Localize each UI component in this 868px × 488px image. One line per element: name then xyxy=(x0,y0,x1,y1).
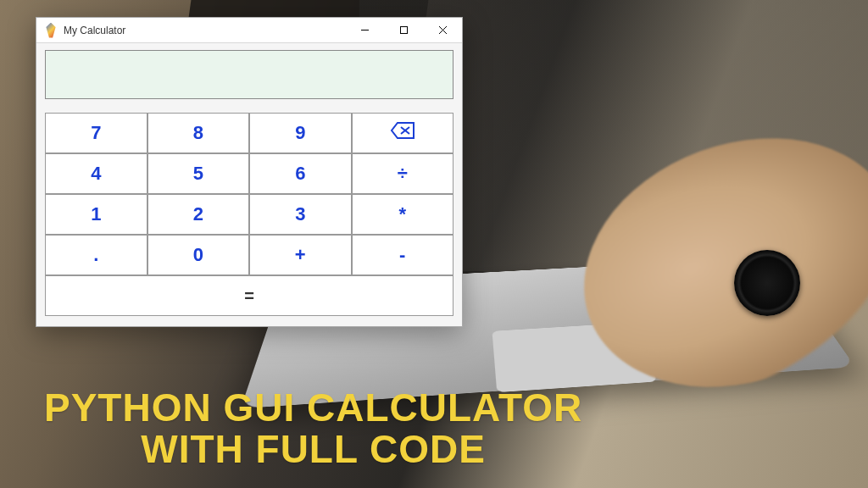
key-5[interactable]: 5 xyxy=(147,153,250,194)
key-1[interactable]: 1 xyxy=(45,194,147,235)
key-8[interactable]: 8 xyxy=(147,113,250,153)
key-7[interactable]: 7 xyxy=(45,113,147,153)
key-divide[interactable]: ÷ xyxy=(352,153,454,194)
key-2[interactable]: 2 xyxy=(147,194,250,235)
key-9[interactable]: 9 xyxy=(249,113,352,153)
close-button[interactable] xyxy=(423,18,462,43)
key-equals[interactable]: = xyxy=(45,275,453,316)
maximize-button[interactable] xyxy=(384,18,423,43)
headline-line-2: WITH FULL CODE xyxy=(44,429,582,469)
keypad: 7 8 9 4 5 6 ÷ 1 2 3 * . 0 + - xyxy=(36,106,462,326)
key-4[interactable]: 4 xyxy=(45,153,147,194)
titlebar[interactable]: My Calculator xyxy=(36,18,462,43)
tkinter-feather-icon xyxy=(45,23,57,38)
window-controls xyxy=(345,18,462,43)
key-decimal[interactable]: . xyxy=(45,235,147,275)
key-0[interactable]: 0 xyxy=(147,235,250,275)
key-backspace[interactable] xyxy=(352,113,454,153)
backspace-icon xyxy=(390,121,415,145)
watch-graphic xyxy=(734,250,800,316)
key-multiply[interactable]: * xyxy=(352,194,454,235)
headline: PYTHON GUI CALCULATOR WITH FULL CODE xyxy=(44,387,582,469)
window-title: My Calculator xyxy=(64,25,125,36)
key-plus[interactable]: + xyxy=(249,235,352,275)
minimize-button[interactable] xyxy=(345,18,384,43)
svg-rect-1 xyxy=(400,27,407,34)
key-3[interactable]: 3 xyxy=(249,194,352,235)
calculator-display[interactable] xyxy=(45,50,453,99)
headline-line-1: PYTHON GUI CALCULATOR xyxy=(44,387,582,428)
key-minus[interactable]: - xyxy=(352,235,454,275)
key-6[interactable]: 6 xyxy=(249,153,352,194)
calculator-window: My Calculator 7 8 9 xyxy=(36,17,463,327)
